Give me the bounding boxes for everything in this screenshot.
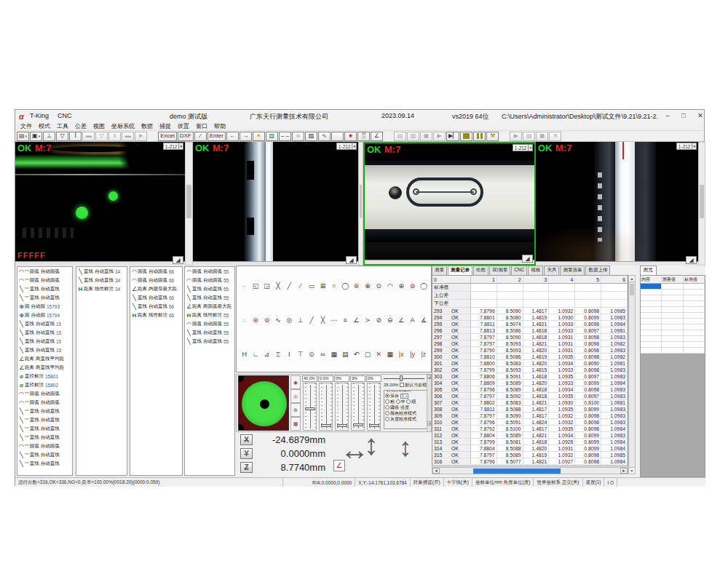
probe-step-tool[interactable]: ► [135,132,147,141]
slider-track[interactable] [351,383,365,431]
feature-item[interactable]: ╲直线自动直线15 [17,346,72,354]
palette-tool-icon[interactable]: ↶ [351,349,362,359]
palette-tool-icon[interactable]: ╳ [272,281,283,291]
slider-track[interactable] [335,383,349,431]
slider-thumb[interactable] [400,375,403,381]
feature-item[interactable]: ╲***直线自动直线 [17,407,72,415]
camera-view-3-selected[interactable]: OK M:7 1-212▾ ◢ [363,142,536,266]
element-row[interactable] [641,307,705,313]
feature-item[interactable]: ╲直线自动直线66 [130,293,182,302]
table-row[interactable]: 299OK7.87908.50931.48201.09310.80981.098… [432,347,628,354]
dither-button[interactable]: ▒ [357,132,370,141]
feature-item[interactable]: ◠***圆弧自动圆弧 [17,398,72,407]
resize-icon[interactable]: ◢ [522,255,533,263]
element-row[interactable] [641,330,705,336]
light-channel-icon[interactable]: ◉ [290,375,301,389]
table-row[interactable]: 302OK7.87998.50931.48151.09330.80981.098… [432,367,628,373]
light-channel-icon[interactable]: ◎ [290,389,301,403]
palette-tool-icon[interactable]: ∟ [250,349,261,359]
camera-hscrollbar[interactable] [193,261,358,266]
tab-item[interactable]: 模板 [528,266,543,275]
slider-track[interactable] [367,383,381,431]
table-row[interactable]: 315OK7.87978.50891.48191.09320.80981.098… [432,452,628,458]
feature-item[interactable]: ◠圆弧自动圆弧55 [185,319,234,328]
print-button[interactable]: ▥ [407,132,419,141]
star-button[interactable]: ★ [344,132,357,141]
palette-tool-icon[interactable]: ▦ [384,349,395,359]
hatch-pattern-button[interactable]: ▨ [305,132,317,141]
table-row[interactable]: 305OK7.87968.50891.48181.09340.80981.098… [432,386,628,393]
scroll-thumb[interactable] [360,185,362,218]
feature-item[interactable]: Η距离线性标注66 [130,311,182,319]
range-dropdown[interactable]: 1-212▾ [336,143,357,150]
light-slider[interactable]: 0.0% [318,375,333,431]
blank-button[interactable] [331,132,344,141]
save-slot-dropdown[interactable]: 1▾ [400,394,408,399]
scroll-up-icon[interactable]: ▲ [629,276,635,282]
palette-tool-icon[interactable]: ◎ [284,315,295,325]
light-bulb-button[interactable]: ☀ [253,132,265,141]
feature-item[interactable]: Η距离线性标注55 [185,311,234,319]
tab-active[interactable]: 测量记录 [448,266,472,275]
palette-tool-icon[interactable]: ∡ [418,315,429,325]
open-small-button[interactable]: ▣ [536,132,548,141]
feature-item[interactable]: ◠***圆弧自动圆弧 [17,276,72,284]
palette-tool-icon[interactable]: ╱ [284,281,295,291]
zoom-button[interactable]: ○ [292,132,304,141]
tab-element[interactable]: 图元 [640,266,657,275]
feature-item[interactable]: ◠***圆弧自动圆弧 [17,389,72,398]
feature-item[interactable]: ◠***圆弧自动圆弧 [17,442,72,450]
table-row[interactable]: 294OK7.88018.50801.48191.09300.80991.098… [432,314,628,321]
dash-button[interactable]: – – [279,132,291,141]
menu-item[interactable]: 公差 [75,122,87,130]
palette-tool-icon[interactable]: ╱ [306,315,317,325]
feature-item[interactable]: ╲直线自动直线55 [185,328,234,337]
scroll-right-icon[interactable]: ► [620,468,628,474]
camera-hscrollbar[interactable] [365,260,534,264]
palette-tool-icon[interactable]: |z [418,349,429,359]
feature-item[interactable]: ╲直线自动直线55 [185,293,234,302]
menu-item[interactable]: 工具 [57,122,68,130]
feature-item[interactable]: ⊕圆自动圆15793 [17,302,72,311]
table-row[interactable]: 308OK7.88118.50881.48171.09350.80991.098… [432,406,628,412]
maximize-button[interactable]: □ [678,112,689,119]
master-brightness-slider[interactable] [384,375,424,382]
curve-button[interactable]: ∿ [318,132,331,141]
table-row[interactable]: 313OK7.87998.50811.48181.09280.80991.098… [432,439,628,445]
palette-tool-icon[interactable]: ⋯ [328,315,339,325]
feature-item[interactable]: ◠圆弧自动圆弧66 [130,276,182,284]
ring-light-preview[interactable] [238,375,289,431]
element-row[interactable] [641,295,705,301]
slider-thumb[interactable] [353,423,363,426]
stage-move-tool[interactable]: ⊥ [43,132,55,141]
jog-z-arrow[interactable]: ↕ [399,432,412,463]
menu-item[interactable]: 帮助 [214,122,226,130]
palette-tool-icon[interactable]: Η [239,349,250,359]
light-slider[interactable]: 40.0% [302,375,317,431]
scroll-thumb[interactable] [186,185,191,218]
slider-thumb[interactable] [305,407,315,410]
slider-thumb[interactable] [321,424,331,427]
table-row[interactable]: 304OK7.88098.50891.48201.09330.80991.098… [432,380,628,386]
palette-tool-icon[interactable]: ⊥ [295,315,306,325]
table-row[interactable]: 298OK7.87978.50931.48211.09310.80981.098… [432,340,628,347]
palette-tool-icon[interactable]: ⊙ [373,281,384,291]
tab-item[interactable]: 3D测量 [489,266,510,275]
feature-item[interactable]: ╲直线自动直线15 [17,319,72,328]
palette-tool-icon[interactable]: ○ [328,281,339,291]
table-row[interactable]: 309OK7.87978.50901.48171.09320.80981.098… [432,412,628,419]
table-row[interactable]: 310OK7.87968.50911.48241.09320.80981.098… [432,419,628,426]
menu-item[interactable]: 窗口 [196,122,207,130]
palette-tool-icon[interactable]: Ι [284,349,295,359]
table-row[interactable]: 314OK7.88048.50881.48201.09310.80991.098… [432,445,628,452]
table-row[interactable]: 301OK7.88008.50831.48201.09340.80901.098… [432,360,628,367]
feature-item[interactable]: ∠距离两直线平均距 [17,354,72,363]
feature-item[interactable]: ╲***直线自动直线 [17,415,72,424]
palette-tool-icon[interactable]: ⊛ [250,315,261,325]
menu-item[interactable]: 数据 [141,122,153,130]
table-row[interactable]: 311OK7.87928.51001.48171.09350.80981.098… [432,426,628,432]
light-slider[interactable]: 3% [350,375,365,431]
element-row[interactable] [641,342,705,348]
save-program-button[interactable]: ▤ [394,132,406,141]
scroll-up-icon[interactable]: ▲ [427,375,431,379]
